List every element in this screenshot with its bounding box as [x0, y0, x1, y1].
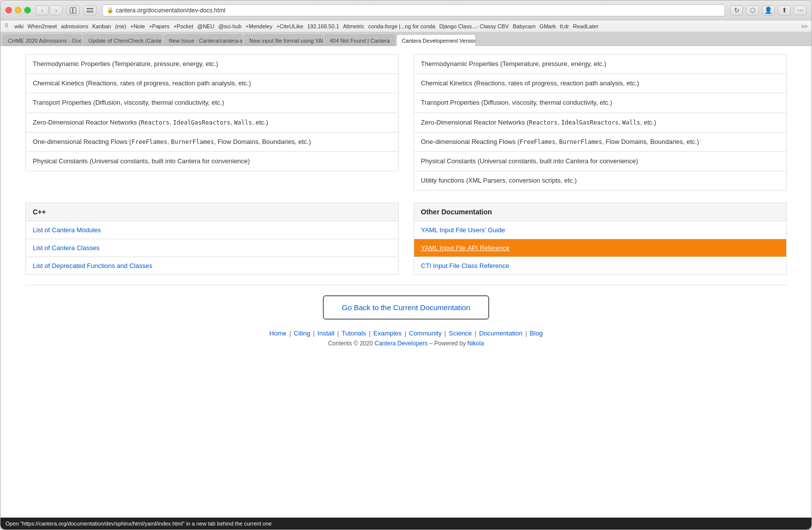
bookmark-gmark[interactable]: GMark: [539, 23, 556, 29]
bookmark-ip[interactable]: 192.168.50.1: [307, 23, 339, 29]
minimize-button[interactable]: [15, 7, 21, 13]
tab-chemcheck[interactable]: Update of ChemCheck (Cantera debuggi...: [83, 34, 162, 46]
bookmark-neu[interactable]: @NEU: [197, 23, 214, 29]
tabs-overview-button[interactable]: [83, 5, 96, 15]
footer-documentation-link[interactable]: Documentation: [479, 330, 522, 337]
footer-sep-4: |: [369, 330, 370, 337]
bookmark-mendeley[interactable]: +Mendeley: [245, 23, 272, 29]
footer-sep-8: |: [525, 330, 527, 337]
bookmarks-bar: ⠿ wiki When2meet admissions Kanban (me) …: [0, 20, 812, 32]
other-docs-link-3[interactable]: CTI Input File Class Reference: [414, 257, 787, 275]
bookmark-altmetric[interactable]: Altmetric: [343, 23, 365, 29]
cpp-deprecated-link[interactable]: List of Deprecated Functions and Classes: [33, 262, 152, 269]
tab-label: CHME 2020 Admissions - Google Sheets: [8, 38, 82, 44]
tab-label: New input file format using YAML · Issue…: [249, 38, 323, 44]
left-entry-5[interactable]: One-dimensional Reacting Flows (FreeFlam…: [25, 132, 399, 152]
bookmark-tldr[interactable]: tl;dr: [560, 23, 569, 29]
close-button[interactable]: [5, 7, 12, 13]
footer-examples-link[interactable]: Examples: [373, 330, 402, 337]
go-back-button[interactable]: Go Back to the Current Documentation: [323, 295, 489, 320]
bookmark-kanban[interactable]: Kanban: [92, 23, 111, 29]
cpp-classes-link[interactable]: List of Cantera Classes: [33, 244, 99, 252]
bookmark-note[interactable]: +Note: [130, 23, 145, 29]
bookmark-babycam[interactable]: Babycam: [513, 23, 536, 29]
tab-yaml-issue[interactable]: New input file format using YAML · Issue…: [244, 34, 323, 46]
cpp-link-3[interactable]: List of Deprecated Functions and Classes: [25, 257, 399, 275]
right-entry-7[interactable]: Utility functions (XML Parsers, conversi…: [414, 171, 787, 191]
lock-icon: 🔒: [107, 7, 114, 13]
footer-install-link[interactable]: Install: [317, 330, 334, 337]
more-button[interactable]: ⋯: [794, 5, 807, 15]
left-entry-2[interactable]: Chemical Kinetics (Reactions, rates of p…: [25, 74, 399, 93]
bookmark-when2meet[interactable]: When2meet: [27, 23, 57, 29]
titlebar: ‹ › 🔒 cantera.org/documentation/dev-docs…: [0, 0, 812, 20]
extensions-button[interactable]: ⬡: [746, 5, 759, 15]
left-entry-6[interactable]: Physical Constants (Universal constants,…: [25, 152, 399, 171]
footer-citing-link[interactable]: Citing: [294, 330, 310, 337]
nikola-link[interactable]: Nikola: [467, 340, 484, 347]
yaml-api-reference-link[interactable]: YAML Input File API Reference: [421, 244, 510, 252]
bookmark-conda[interactable]: conda-forge |...ng for conda: [369, 23, 436, 29]
forward-button[interactable]: ›: [50, 5, 63, 15]
right-entry-2[interactable]: Chemical Kinetics (Reactions, rates of p…: [414, 74, 787, 93]
bookmark-scihub[interactable]: @sci-hub: [219, 23, 242, 29]
toolbar-right: ↻ ⬡ 👤 ⬆ ⋯: [730, 5, 807, 15]
tab-cantera-dev[interactable]: Cantera Developement Version Docume...: [396, 34, 476, 46]
traffic-lights: [5, 7, 31, 13]
tab-label: 404 Not Found | Cantera: [330, 38, 390, 44]
right-doc-column: Thermodynamic Properties (Temperature, p…: [414, 54, 787, 191]
go-back-container: Go Back to the Current Documentation: [25, 295, 787, 320]
footer-home-link[interactable]: Home: [269, 330, 287, 337]
other-docs-section: Other Documentation YAML Input File User…: [414, 202, 787, 275]
nav-buttons: ‹ ›: [36, 5, 63, 15]
bookmark-citelike[interactable]: +CiteULike: [276, 23, 303, 29]
profile-button[interactable]: 👤: [762, 5, 775, 15]
cti-reference-link[interactable]: CTI Input File Class Reference: [421, 262, 510, 269]
tab-google-sheets[interactable]: CHME 2020 Admissions - Google Sheets: [2, 34, 82, 46]
section-grid-bottom: C++ List of Cantera Modules List of Cant…: [25, 202, 787, 275]
bookmark-readlater[interactable]: ReadLater: [573, 23, 598, 29]
right-entry-1[interactable]: Thermodynamic Properties (Temperature, p…: [414, 54, 787, 74]
cantera-developers-link[interactable]: Cantera Developers: [374, 340, 428, 347]
other-docs-link-2-highlighted[interactable]: YAML Input File API Reference: [414, 239, 787, 257]
right-entry-3[interactable]: Transport Properties (Diffusion, viscosi…: [414, 93, 787, 113]
cpp-link-2[interactable]: List of Cantera Classes: [25, 239, 399, 257]
apps-icon[interactable]: ⠿: [4, 23, 8, 29]
reload-button[interactable]: ↻: [730, 5, 743, 15]
bookmark-django[interactable]: Django Class...- Classy CBV: [440, 23, 509, 29]
bookmark-admissions[interactable]: admissions: [61, 23, 88, 29]
tab-404[interactable]: 404 Not Found | Cantera: [324, 34, 395, 46]
tab-label: New Issue · Cantera/cantera-website: [169, 38, 243, 44]
footer-links: Home | Citing | Install | Tutorials | Ex…: [25, 330, 787, 337]
left-entry-1[interactable]: Thermodynamic Properties (Temperature, p…: [25, 54, 399, 74]
content-area[interactable]: Thermodynamic Properties (Temperature, p…: [0, 46, 812, 518]
right-entry-4[interactable]: Zero-Dimensional Reactor Networks (React…: [414, 113, 787, 132]
bookmark-pocket[interactable]: +Pocket: [173, 23, 193, 29]
footer-science-link[interactable]: Science: [449, 330, 472, 337]
fullscreen-button[interactable]: [24, 7, 31, 13]
bookmark-papers[interactable]: +Papers: [149, 23, 169, 29]
footer-tutorials-link[interactable]: Tutorials: [342, 330, 366, 337]
cpp-modules-link[interactable]: List of Cantera Modules: [33, 226, 101, 234]
tab-new-issue[interactable]: New Issue · Cantera/cantera-website: [163, 34, 243, 46]
left-entry-4[interactable]: Zero-Dimensional Reactor Networks (React…: [25, 113, 399, 132]
right-entry-6[interactable]: Physical Constants (Universal constants,…: [414, 152, 787, 171]
back-button[interactable]: ‹: [36, 5, 49, 15]
bookmark-wiki[interactable]: wiki: [14, 23, 23, 29]
bookmarks-more-button[interactable]: >>: [801, 23, 808, 29]
divider: [25, 285, 787, 285]
right-entry-5[interactable]: One-dimensional Reacting Flows (FreeFlam…: [414, 132, 787, 152]
footer-sep-6: |: [444, 330, 446, 337]
left-entry-3[interactable]: Transport Properties (Diffusion, viscosi…: [25, 93, 399, 113]
yaml-users-guide-link[interactable]: YAML Input File Users' Guide: [421, 226, 505, 234]
other-docs-link-1[interactable]: YAML Input File Users' Guide: [414, 221, 787, 239]
cpp-link-1[interactable]: List of Cantera Modules: [25, 221, 399, 239]
address-bar[interactable]: 🔒 cantera.org/documentation/dev-docs.htm…: [102, 4, 725, 16]
footer-copyright: Contents © 2020 Cantera Developers – Pow…: [25, 340, 787, 347]
sidebar-toggle-button[interactable]: [67, 5, 79, 15]
cpp-section: C++ List of Cantera Modules List of Cant…: [25, 202, 399, 275]
footer-community-link[interactable]: Community: [409, 330, 442, 337]
footer-blog-link[interactable]: Blog: [530, 330, 543, 337]
bookmark-me[interactable]: (me): [115, 23, 127, 29]
share-button[interactable]: ⬆: [778, 5, 791, 15]
